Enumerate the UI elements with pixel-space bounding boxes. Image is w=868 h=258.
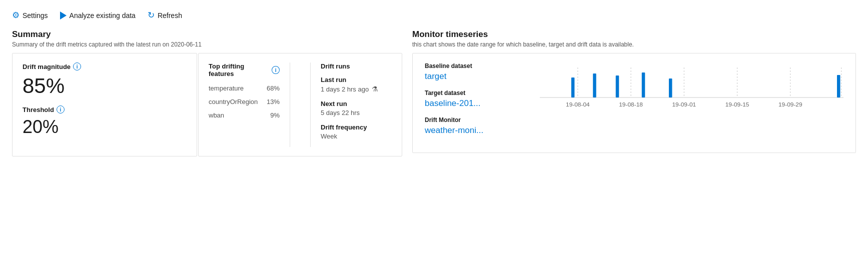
feature-name: countryOrRegion bbox=[209, 98, 258, 106]
drift-magnitude-section: Drift magnitude i bbox=[23, 62, 187, 70]
feature-name: wban bbox=[209, 112, 224, 119]
feature-row: countryOrRegion13% bbox=[209, 95, 280, 108]
next-run-label: Next run bbox=[321, 100, 392, 108]
timeseries-svg: 19-08-04 19-08-18 19-09-01 19-09-15 19-0… bbox=[540, 62, 843, 112]
top-features-title: Top drifting features i bbox=[209, 62, 280, 78]
last-run-value: 1 days 2 hrs ago ⚗ bbox=[321, 85, 392, 93]
summary-title: Summary bbox=[12, 30, 402, 40]
drift-frequency-label: Drift frequency bbox=[321, 124, 392, 131]
svg-text:19-09-15: 19-09-15 bbox=[725, 102, 749, 108]
feature-pct: 13% bbox=[267, 98, 280, 106]
threshold-section: Threshold i bbox=[23, 106, 187, 114]
svg-rect-8 bbox=[593, 74, 596, 98]
target-label: Target dataset bbox=[425, 90, 525, 96]
drift-magnitude-card: Drift magnitude i 85% Threshold i 20% bbox=[12, 53, 197, 156]
summary-subtitle: Summary of the drift metrics captured wi… bbox=[12, 41, 402, 48]
drift-magnitude-value: 85% bbox=[23, 74, 187, 98]
top-drifting-features: Top drifting features i temperature68%co… bbox=[209, 62, 290, 147]
top-features-info-icon[interactable]: i bbox=[272, 66, 280, 74]
features-runs-card: Top drifting features i temperature68%co… bbox=[198, 53, 402, 156]
svg-rect-7 bbox=[571, 78, 575, 98]
monitor-subtitle: this chart shows the date range for whic… bbox=[412, 41, 856, 48]
monitor-panel: Monitor timeseries this chart shows the … bbox=[412, 30, 856, 153]
feature-pct: 68% bbox=[267, 84, 280, 92]
threshold-value: 20% bbox=[23, 116, 187, 138]
vertical-divider bbox=[310, 62, 311, 147]
monitor-info: Baseline dataset target Target dataset b… bbox=[425, 62, 525, 144]
drift-magnitude-label: Drift magnitude bbox=[23, 63, 71, 70]
drift-runs-title: Drift runs bbox=[321, 62, 392, 70]
settings-label: Settings bbox=[23, 12, 48, 20]
feature-name: temperature bbox=[209, 84, 244, 92]
feature-row: wban9% bbox=[209, 108, 280, 122]
timeseries-chart: 19-08-04 19-08-18 19-09-01 19-09-15 19-0… bbox=[540, 62, 843, 114]
analyze-button[interactable]: Analyze existing data bbox=[60, 12, 136, 20]
feature-pct: 9% bbox=[270, 112, 280, 119]
last-run-label: Last run bbox=[321, 76, 392, 84]
feature-row: temperature68% bbox=[209, 82, 280, 95]
baseline-value[interactable]: target bbox=[425, 72, 525, 82]
svg-rect-9 bbox=[616, 76, 619, 98]
baseline-label: Baseline dataset bbox=[425, 62, 525, 70]
drift-frequency-item: Drift frequency Week bbox=[321, 124, 392, 140]
refresh-button[interactable]: ↻ Refresh bbox=[148, 10, 182, 20]
monitor-card: Baseline dataset target Target dataset b… bbox=[412, 53, 856, 153]
next-run-item: Next run 5 days 22 hrs bbox=[321, 100, 392, 116]
monitor-title: Monitor timeseries bbox=[412, 30, 856, 40]
top-features-label: Top drifting features bbox=[209, 62, 269, 78]
features-list: temperature68%countryOrRegion13%wban9% bbox=[209, 82, 280, 122]
drift-monitor-row: Drift Monitor weather-moni... bbox=[425, 116, 525, 136]
svg-text:19-09-01: 19-09-01 bbox=[672, 102, 696, 108]
svg-rect-11 bbox=[669, 78, 672, 98]
drift-magnitude-info-icon[interactable]: i bbox=[73, 62, 81, 70]
last-run-item: Last run 1 days 2 hrs ago ⚗ bbox=[321, 76, 392, 93]
toolbar: ⚙ Settings Analyze existing data ↻ Refre… bbox=[12, 10, 856, 20]
settings-button[interactable]: ⚙ Settings bbox=[12, 10, 48, 20]
svg-rect-10 bbox=[642, 72, 645, 98]
svg-rect-12 bbox=[837, 75, 840, 98]
drift-frequency-value: Week bbox=[321, 132, 392, 140]
drift-monitor-label: Drift Monitor bbox=[425, 116, 525, 124]
summary-panel: Summary Summary of the drift metrics cap… bbox=[12, 30, 402, 156]
threshold-label: Threshold bbox=[23, 106, 54, 114]
svg-text:19-08-04: 19-08-04 bbox=[566, 102, 590, 108]
summary-cards: Drift magnitude i 85% Threshold i 20% To… bbox=[12, 53, 402, 156]
main-content: Summary Summary of the drift metrics cap… bbox=[12, 30, 856, 156]
flask-icon: ⚗ bbox=[372, 85, 378, 93]
drift-runs: Drift runs Last run 1 days 2 hrs ago ⚗ N… bbox=[321, 62, 392, 147]
baseline-row: Baseline dataset target bbox=[425, 62, 525, 82]
svg-text:19-09-29: 19-09-29 bbox=[778, 102, 802, 108]
play-icon bbox=[60, 12, 67, 20]
analyze-label: Analyze existing data bbox=[70, 12, 136, 20]
next-run-value: 5 days 22 hrs bbox=[321, 109, 392, 116]
svg-text:19-08-18: 19-08-18 bbox=[619, 102, 643, 108]
gear-icon: ⚙ bbox=[12, 10, 20, 20]
threshold-info-icon[interactable]: i bbox=[57, 106, 65, 114]
refresh-label: Refresh bbox=[158, 12, 182, 20]
target-value[interactable]: baseline-201... bbox=[425, 98, 525, 108]
refresh-icon: ↻ bbox=[148, 10, 155, 20]
target-row: Target dataset baseline-201... bbox=[425, 90, 525, 108]
drift-monitor-value[interactable]: weather-moni... bbox=[425, 126, 525, 136]
